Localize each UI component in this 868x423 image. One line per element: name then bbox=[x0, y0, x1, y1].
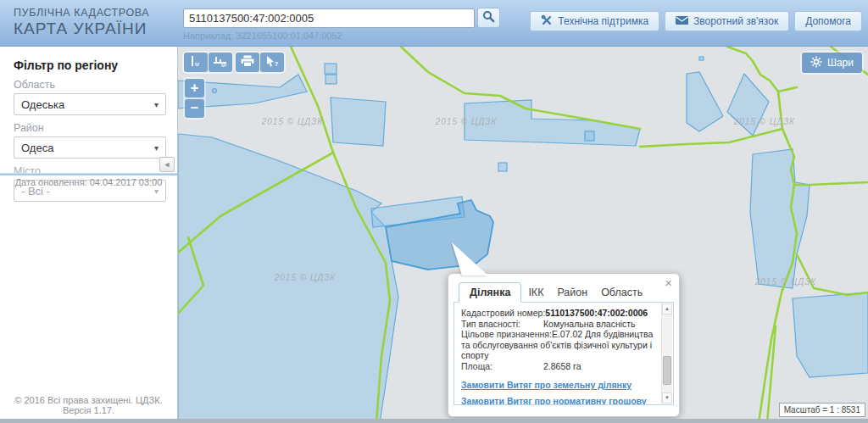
detail-value: 2.8658 га bbox=[543, 361, 581, 371]
close-icon[interactable]: × bbox=[665, 276, 672, 290]
measure-length-icon: м bbox=[188, 54, 203, 70]
parcel-polygon[interactable] bbox=[498, 163, 507, 171]
app-logo: ПУБЛІЧНА КАДАСТРОВА КАРТА УКРАЇНИ bbox=[14, 7, 149, 38]
popup-content: Кадастровий номер:5110137500:47:002:0006… bbox=[453, 302, 674, 405]
zoom-control: + − bbox=[183, 77, 206, 120]
measure-length-button[interactable]: м bbox=[184, 53, 208, 72]
detail-row: Тип власності:Комунальна власність bbox=[461, 319, 654, 330]
sidebar: Фільтр по регіону Область Одеська ▾ Райо… bbox=[0, 47, 178, 423]
layers-control: Шари bbox=[800, 51, 864, 75]
search-area: Наприклад: 3221655100:01:047:0052 bbox=[183, 8, 500, 41]
chevron-down-icon: ▾ bbox=[154, 143, 159, 153]
svg-text:?: ? bbox=[275, 60, 279, 68]
scroll-up-icon[interactable]: ▲ bbox=[662, 303, 672, 314]
district-select-value: Одеса bbox=[21, 142, 53, 154]
feedback-button[interactable]: Зворотний зв'язок bbox=[665, 11, 789, 31]
order-extract-link[interactable]: Замовити Витяг про земельну ділянку bbox=[461, 380, 654, 390]
measure-toolbar: м м² bbox=[182, 51, 234, 74]
parcel-polygon[interactable] bbox=[585, 131, 594, 141]
parcel-info-popup: × Ділянка ІКК Район Область Кадастровий … bbox=[448, 273, 680, 417]
measure-area-button[interactable]: м² bbox=[209, 53, 232, 72]
filter-title: Фільтр по регіону bbox=[14, 58, 165, 72]
detail-value: Комунальна власність bbox=[543, 319, 636, 329]
search-button[interactable] bbox=[477, 8, 500, 28]
popup-pointer bbox=[445, 240, 496, 278]
svg-text:м: м bbox=[195, 61, 199, 67]
map-watermark: 2015 © ЦДЗК bbox=[262, 117, 324, 126]
bottom-edge-bar bbox=[0, 419, 868, 423]
sidebar-divider bbox=[0, 173, 177, 175]
envelope-icon bbox=[676, 15, 688, 27]
help-button-label: Допомога bbox=[805, 15, 851, 27]
tab-region[interactable]: Область bbox=[594, 283, 649, 302]
district-select[interactable]: Одеса ▾ bbox=[14, 136, 166, 159]
layers-button-label: Шари bbox=[827, 57, 854, 69]
detail-label: Кадастровий номер: bbox=[461, 308, 545, 319]
collapse-arrow-icon: ◄ bbox=[164, 160, 171, 169]
measure-area-icon: м² bbox=[212, 54, 229, 70]
detail-row: Кадастровий номер:5110137500:47:002:0006 bbox=[461, 308, 654, 319]
svg-text:м²: м² bbox=[221, 62, 227, 68]
logo-line2: КАРТА УКРАЇНИ bbox=[14, 19, 149, 38]
scrollbar-thumb[interactable] bbox=[663, 356, 671, 385]
gear-icon bbox=[810, 56, 822, 70]
copyright-text: © 2016 Всі права захищені. ЦДЗК. Версія … bbox=[0, 395, 177, 415]
tab-district[interactable]: Район bbox=[550, 283, 594, 302]
feedback-button-label: Зворотний зв'язок bbox=[693, 15, 778, 27]
support-button-label: Технічна підтримка bbox=[558, 15, 648, 27]
parcel-polygon[interactable] bbox=[326, 75, 337, 84]
order-valuation-link[interactable]: Замовити Витяг про нормативну грошову оц… bbox=[461, 396, 654, 405]
identify-button[interactable]: ? bbox=[260, 53, 284, 72]
chevron-down-icon: ▾ bbox=[154, 186, 159, 196]
sidebar-collapse-button[interactable]: ◄ bbox=[159, 157, 175, 172]
detail-label: Площа: bbox=[461, 361, 543, 372]
map-watermark: 2015 © ЦДЗК bbox=[436, 117, 498, 126]
header-buttons: Технічна підтримка Зворотний зв'язок Доп… bbox=[530, 11, 862, 31]
detail-row: Цільове призначення:Е.07.02 Для будівниц… bbox=[461, 329, 654, 361]
parcel-details: Кадастровий номер:5110137500:47:002:0006… bbox=[454, 303, 673, 375]
tab-parcel[interactable]: Ділянка bbox=[459, 282, 521, 303]
region-select[interactable]: Одеська ▾ bbox=[14, 93, 166, 115]
region-select-value: Одеська bbox=[21, 98, 64, 111]
map-watermark: 2015 © ЦДЗК bbox=[755, 277, 817, 287]
district-label: Район bbox=[14, 122, 165, 134]
parcel-polygon[interactable] bbox=[325, 64, 337, 74]
scale-indicator: Масштаб = 1 : 8531 bbox=[779, 403, 865, 417]
scroll-down-icon[interactable]: ▼ bbox=[662, 392, 672, 404]
map-watermark: 2015 © ЦДЗК bbox=[734, 117, 796, 126]
detail-row: Площа:2.8658 га bbox=[461, 361, 654, 372]
print-button[interactable] bbox=[236, 53, 259, 72]
header: ПУБЛІЧНА КАДАСТРОВА КАРТА УКРАЇНИ Наприк… bbox=[0, 0, 868, 47]
parcel-polygon[interactable] bbox=[331, 97, 386, 146]
app-root: ПУБЛІЧНА КАДАСТРОВА КАРТА УКРАЇНИ Наприк… bbox=[0, 0, 868, 423]
detail-value: 5110137500:47:002:0006 bbox=[545, 308, 648, 318]
zoom-out-button[interactable]: − bbox=[185, 99, 204, 118]
parcel-polygon[interactable] bbox=[793, 292, 868, 377]
tab-ikk[interactable]: ІКК bbox=[521, 283, 550, 302]
parcel-polygon[interactable] bbox=[699, 57, 704, 60]
chevron-down-icon: ▾ bbox=[154, 100, 159, 109]
support-button[interactable]: Технічна підтримка bbox=[530, 11, 659, 31]
cursor-question-icon: ? bbox=[265, 55, 279, 70]
search-hint: Наприклад: 3221655100:01:047:0052 bbox=[183, 31, 500, 41]
layers-button[interactable]: Шари bbox=[802, 53, 862, 73]
update-date-text: Дата оновлення: 04.04.2017 03:00 bbox=[0, 177, 177, 187]
logo-line1: ПУБЛІЧНА КАДАСТРОВА bbox=[14, 7, 149, 19]
parcel-links: Замовити Витяг про земельну ділянку Замо… bbox=[454, 375, 673, 405]
search-icon bbox=[482, 10, 495, 25]
detail-label: Цільове призначення: bbox=[461, 329, 552, 340]
help-button[interactable]: Допомога bbox=[794, 11, 862, 31]
parcel-polygon[interactable] bbox=[213, 89, 217, 93]
popup-scrollbar[interactable]: ▲ ▼ bbox=[661, 303, 672, 404]
region-label: Область bbox=[14, 79, 165, 91]
search-input[interactable] bbox=[183, 8, 475, 28]
map-actions-toolbar: ? bbox=[234, 51, 286, 74]
detail-label: Тип власності: bbox=[461, 319, 543, 330]
map-watermark: 2015 © ЦДЗК bbox=[275, 273, 337, 282]
printer-icon bbox=[241, 55, 254, 70]
map-area[interactable]: 2015 © ЦДЗК 2015 © ЦДЗК 2015 © ЦДЗК 2015… bbox=[178, 47, 868, 423]
zoom-in-button[interactable]: + bbox=[185, 79, 204, 97]
tools-icon bbox=[541, 14, 553, 29]
